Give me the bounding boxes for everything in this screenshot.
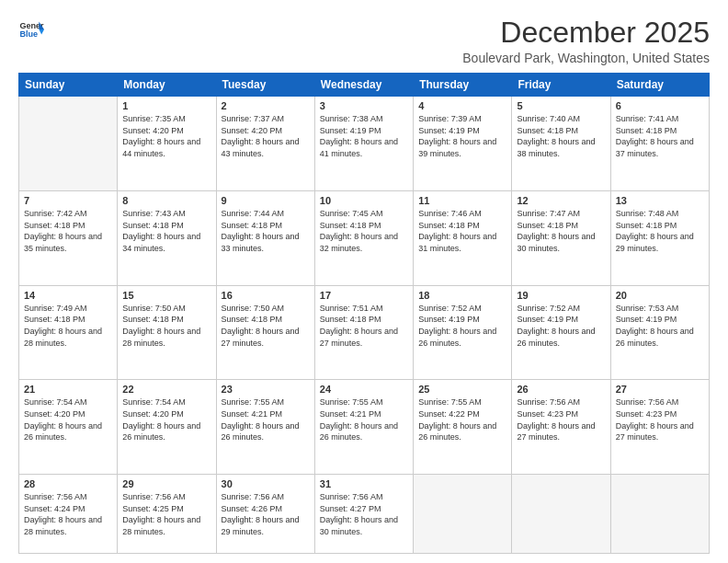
day-info: Sunrise: 7:42 AMSunset: 4:18 PMDaylight:… — [24, 208, 112, 254]
day-number: 1 — [122, 100, 210, 111]
day-info: Sunrise: 7:51 AMSunset: 4:18 PMDaylight:… — [320, 303, 408, 349]
day-number: 4 — [418, 100, 506, 111]
day-number: 28 — [24, 478, 112, 489]
day-info: Sunrise: 7:46 AMSunset: 4:18 PMDaylight:… — [418, 208, 506, 254]
calendar-page: General Blue December 2025 Boulevard Par… — [0, 0, 728, 563]
day-number: 15 — [122, 290, 210, 301]
day-info: Sunrise: 7:54 AMSunset: 4:20 PMDaylight:… — [24, 396, 112, 442]
day-info: Sunrise: 7:43 AMSunset: 4:18 PMDaylight:… — [122, 208, 210, 254]
day-info: Sunrise: 7:37 AMSunset: 4:20 PMDaylight:… — [222, 113, 310, 159]
page-header: General Blue December 2025 Boulevard Par… — [18, 17, 710, 65]
day-info: Sunrise: 7:56 AMSunset: 4:24 PMDaylight:… — [24, 491, 112, 537]
calendar-cell: 23Sunrise: 7:55 AMSunset: 4:21 PMDayligh… — [216, 380, 314, 475]
svg-marker-3 — [39, 29, 44, 35]
location-title: Boulevard Park, Washington, United State… — [462, 51, 710, 65]
day-info: Sunrise: 7:56 AMSunset: 4:25 PMDaylight:… — [122, 491, 210, 537]
calendar-cell: 9Sunrise: 7:44 AMSunset: 4:18 PMDaylight… — [216, 190, 314, 285]
calendar-cell: 14Sunrise: 7:49 AMSunset: 4:18 PMDayligh… — [19, 285, 118, 380]
day-info: Sunrise: 7:56 AMSunset: 4:26 PMDaylight:… — [222, 491, 310, 537]
day-header-saturday: Saturday — [610, 74, 709, 97]
day-header-monday: Monday — [118, 74, 216, 97]
day-number: 20 — [616, 290, 704, 301]
day-info: Sunrise: 7:56 AMSunset: 4:23 PMDaylight:… — [517, 396, 605, 442]
calendar-cell — [414, 475, 512, 554]
day-info: Sunrise: 7:35 AMSunset: 4:20 PMDaylight:… — [122, 113, 210, 159]
calendar-week-4: 21Sunrise: 7:54 AMSunset: 4:20 PMDayligh… — [19, 380, 710, 475]
svg-text:Blue: Blue — [19, 29, 38, 39]
calendar-cell: 19Sunrise: 7:52 AMSunset: 4:19 PMDayligh… — [512, 285, 610, 380]
calendar-cell: 2Sunrise: 7:37 AMSunset: 4:20 PMDaylight… — [216, 97, 314, 191]
day-number: 26 — [517, 384, 605, 395]
calendar-week-3: 14Sunrise: 7:49 AMSunset: 4:18 PMDayligh… — [19, 285, 710, 380]
day-info: Sunrise: 7:55 AMSunset: 4:21 PMDaylight:… — [222, 396, 310, 442]
day-number: 19 — [517, 290, 605, 301]
day-number: 31 — [320, 478, 408, 489]
calendar-cell: 10Sunrise: 7:45 AMSunset: 4:18 PMDayligh… — [314, 190, 413, 285]
day-number: 12 — [517, 195, 605, 206]
days-header-row: SundayMondayTuesdayWednesdayThursdayFrid… — [19, 74, 710, 97]
day-number: 11 — [418, 195, 506, 206]
day-info: Sunrise: 7:48 AMSunset: 4:18 PMDaylight:… — [616, 208, 704, 254]
day-info: Sunrise: 7:54 AMSunset: 4:20 PMDaylight:… — [122, 396, 210, 442]
calendar-cell: 5Sunrise: 7:40 AMSunset: 4:18 PMDaylight… — [512, 97, 610, 191]
day-header-sunday: Sunday — [19, 74, 118, 97]
calendar-cell: 24Sunrise: 7:55 AMSunset: 4:21 PMDayligh… — [314, 380, 413, 475]
calendar-cell: 6Sunrise: 7:41 AMSunset: 4:18 PMDaylight… — [610, 97, 709, 191]
calendar-cell: 29Sunrise: 7:56 AMSunset: 4:25 PMDayligh… — [118, 475, 216, 554]
day-number: 25 — [418, 384, 506, 395]
day-number: 29 — [122, 478, 210, 489]
day-info: Sunrise: 7:40 AMSunset: 4:18 PMDaylight:… — [517, 113, 605, 159]
calendar-cell: 13Sunrise: 7:48 AMSunset: 4:18 PMDayligh… — [610, 190, 709, 285]
day-info: Sunrise: 7:41 AMSunset: 4:18 PMDaylight:… — [616, 113, 704, 159]
title-block: December 2025 Boulevard Park, Washington… — [462, 17, 710, 65]
calendar-cell: 25Sunrise: 7:55 AMSunset: 4:22 PMDayligh… — [414, 380, 512, 475]
calendar-cell — [610, 475, 709, 554]
logo-icon: General Blue — [18, 17, 44, 42]
day-header-tuesday: Tuesday — [216, 74, 314, 97]
calendar-table: SundayMondayTuesdayWednesdayThursdayFrid… — [18, 73, 710, 554]
calendar-week-2: 7Sunrise: 7:42 AMSunset: 4:18 PMDaylight… — [19, 190, 710, 285]
day-info: Sunrise: 7:50 AMSunset: 4:18 PMDaylight:… — [122, 303, 210, 349]
day-info: Sunrise: 7:38 AMSunset: 4:19 PMDaylight:… — [320, 113, 408, 159]
day-number: 18 — [418, 290, 506, 301]
calendar-cell: 22Sunrise: 7:54 AMSunset: 4:20 PMDayligh… — [118, 380, 216, 475]
day-header-thursday: Thursday — [414, 74, 512, 97]
calendar-cell: 20Sunrise: 7:53 AMSunset: 4:19 PMDayligh… — [610, 285, 709, 380]
day-header-friday: Friday — [512, 74, 610, 97]
day-number: 14 — [24, 290, 112, 301]
calendar-week-1: 1Sunrise: 7:35 AMSunset: 4:20 PMDaylight… — [19, 97, 710, 191]
day-info: Sunrise: 7:44 AMSunset: 4:18 PMDaylight:… — [222, 208, 310, 254]
month-title: December 2025 — [462, 17, 710, 49]
calendar-cell: 17Sunrise: 7:51 AMSunset: 4:18 PMDayligh… — [314, 285, 413, 380]
day-info: Sunrise: 7:52 AMSunset: 4:19 PMDaylight:… — [517, 303, 605, 349]
day-info: Sunrise: 7:56 AMSunset: 4:23 PMDaylight:… — [616, 396, 704, 442]
day-number: 27 — [616, 384, 704, 395]
day-number: 17 — [320, 290, 408, 301]
day-info: Sunrise: 7:50 AMSunset: 4:18 PMDaylight:… — [222, 303, 310, 349]
day-info: Sunrise: 7:53 AMSunset: 4:19 PMDaylight:… — [616, 303, 704, 349]
day-number: 13 — [616, 195, 704, 206]
day-number: 10 — [320, 195, 408, 206]
calendar-cell: 27Sunrise: 7:56 AMSunset: 4:23 PMDayligh… — [610, 380, 709, 475]
day-number: 21 — [24, 384, 112, 395]
calendar-cell: 1Sunrise: 7:35 AMSunset: 4:20 PMDaylight… — [118, 97, 216, 191]
calendar-cell: 7Sunrise: 7:42 AMSunset: 4:18 PMDaylight… — [19, 190, 118, 285]
day-header-wednesday: Wednesday — [314, 74, 413, 97]
calendar-cell: 4Sunrise: 7:39 AMSunset: 4:19 PMDaylight… — [414, 97, 512, 191]
day-number: 6 — [616, 100, 704, 111]
day-number: 9 — [222, 195, 310, 206]
calendar-cell — [19, 97, 118, 191]
calendar-cell: 30Sunrise: 7:56 AMSunset: 4:26 PMDayligh… — [216, 475, 314, 554]
day-info: Sunrise: 7:55 AMSunset: 4:22 PMDaylight:… — [418, 396, 506, 442]
day-info: Sunrise: 7:52 AMSunset: 4:19 PMDaylight:… — [418, 303, 506, 349]
calendar-cell: 12Sunrise: 7:47 AMSunset: 4:18 PMDayligh… — [512, 190, 610, 285]
calendar-cell: 26Sunrise: 7:56 AMSunset: 4:23 PMDayligh… — [512, 380, 610, 475]
calendar-cell: 11Sunrise: 7:46 AMSunset: 4:18 PMDayligh… — [414, 190, 512, 285]
day-info: Sunrise: 7:56 AMSunset: 4:27 PMDaylight:… — [320, 491, 408, 537]
day-number: 30 — [222, 478, 310, 489]
calendar-cell: 3Sunrise: 7:38 AMSunset: 4:19 PMDaylight… — [314, 97, 413, 191]
day-info: Sunrise: 7:55 AMSunset: 4:21 PMDaylight:… — [320, 396, 408, 442]
calendar-cell: 15Sunrise: 7:50 AMSunset: 4:18 PMDayligh… — [118, 285, 216, 380]
calendar-cell — [512, 475, 610, 554]
day-number: 23 — [222, 384, 310, 395]
